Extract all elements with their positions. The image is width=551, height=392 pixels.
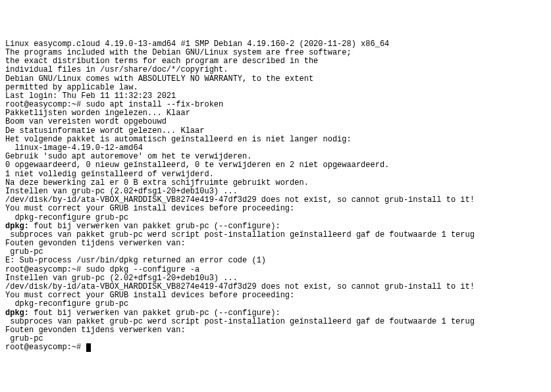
output-line: 0 opgewaardeerd, 0 nieuw geïnstalleerd, … [5, 161, 546, 170]
output-line: Linux easycomp.cloud 4.19.0-13-amd64 #1 … [5, 40, 546, 49]
output-line: Fouten gevonden tijdens verwerken van: [5, 239, 546, 248]
output-text: fout bij verwerken van pakket grub-pc (-… [29, 222, 280, 231]
output-line: subproces van pakket grub-pc werd script… [5, 318, 546, 326]
command-text: sudo apt install --fix-broken [86, 100, 223, 109]
output-line: Boom van vereisten wordt opgebouwd [5, 118, 546, 126]
output-line: individual files in /usr/share/doc/*/cop… [5, 66, 546, 74]
shell-prompt: root@easycomp:~# [5, 343, 86, 352]
output-line: Fouten gevonden tijdens verwerken van: [5, 326, 546, 335]
dpkg-label: dpkg: [5, 308, 29, 318]
output-text: fout bij verwerken van pakket grub-pc (-… [29, 308, 280, 318]
output-line: permitted by applicable law. [5, 84, 546, 92]
output-line: Debian GNU/Linux comes with ABSOLUTELY N… [5, 75, 546, 84]
prompt-line[interactable]: root@easycomp:~# [5, 343, 546, 352]
output-line: dpkg: fout bij verwerken van pakket grub… [5, 309, 546, 318]
shell-prompt: root@easycomp:~# [5, 265, 86, 274]
cursor-icon [86, 343, 91, 352]
output-line: You must correct your GRUB install devic… [5, 205, 546, 213]
output-line: Na deze bewerking zal er 0 B extra schij… [5, 179, 546, 187]
command-text: sudo dpkg --configure -a [86, 265, 199, 274]
output-line: De statusinformatie wordt gelezen... Kla… [5, 127, 546, 135]
output-line: dpkg: fout bij verwerken van pakket grub… [5, 222, 546, 231]
prompt-line: root@easycomp:~# sudo dpkg --configure -… [5, 266, 546, 274]
dpkg-label: dpkg: [5, 222, 29, 231]
output-line: grub-pc [5, 335, 546, 343]
shell-prompt: root@easycomp:~# [5, 100, 86, 109]
output-line: 1 niet volledig geïnstalleerd of verwijd… [5, 170, 546, 179]
terminal-output[interactable]: Linux easycomp.cloud 4.19.0-13-amd64 #1 … [5, 40, 546, 353]
